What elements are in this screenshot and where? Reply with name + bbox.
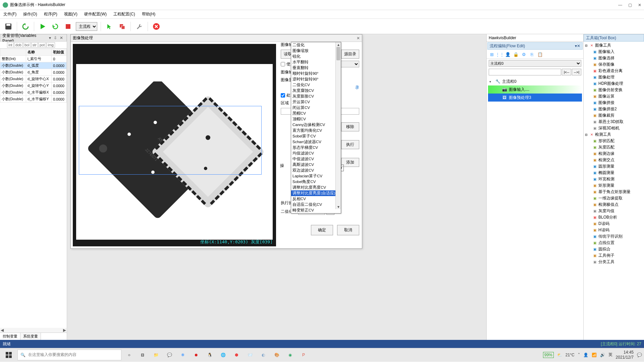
dropdown-item[interactable]: 水平翻转 [291,59,341,65]
panel-close-icon[interactable]: ✕ [58,36,64,40]
tool-item[interactable]: ▣图像裁剪 [584,112,643,119]
cancel-button[interactable]: 取消 [337,225,359,235]
flow-search-input[interactable] [489,69,561,75]
scroll-right-icon[interactable]: ▶ [63,328,66,333]
dropdown-item[interactable]: 自适应二值化CV [291,202,341,207]
menu-help[interactable]: 帮助(H) [142,11,156,17]
tool-item[interactable]: ▣分类工具 [584,259,643,265]
flow-user-icon[interactable]: 👤 [505,51,511,57]
tool-item[interactable]: ▣图像拼接2 [584,106,643,112]
task-hawkvis-icon[interactable]: ◉ [284,349,296,361]
type-dob[interactable]: dob [14,42,23,48]
tray-clock[interactable]: 14:45 2021/12/7 [616,350,634,360]
task-view-icon[interactable]: ⊟ [137,349,148,361]
table-row[interactable]: 小数(Double)d_弧度0.0000 [0,62,67,69]
dropdown-item[interactable]: 顺时针旋转90° [291,71,341,76]
ok-button[interactable]: 确定 [311,225,333,235]
tool-item[interactable]: ▣BLOB分析 [584,214,643,221]
task-cortana-icon[interactable]: ○ [123,349,135,361]
tool-item[interactable]: ▣检测极值点 [584,201,643,208]
variables-table[interactable]: 名称 初始值 整数(Int)i_索引号0小数(Double)d_弧度0.0000… [0,49,67,328]
scroll-up-icon[interactable]: ▴ [336,42,341,47]
execute-button[interactable]: 执行 [341,140,359,149]
flow-gear-icon[interactable]: ⚙ [521,51,527,57]
tab-control-vars[interactable]: 控制变量 [0,333,20,340]
type-pot[interactable]: pot [38,42,46,48]
tool-item[interactable]: ▣传统字符识别 [584,233,643,240]
image-preview[interactable]: AT6558 JZ7E071 [73,44,276,246]
panel-pin-icon[interactable]: ⇩ [52,36,58,40]
tool-item[interactable]: ▣形状匹配 [584,138,643,144]
tool-item[interactable]: ▣H读码 [584,227,643,233]
dropdown-item[interactable]: 垂直翻转 [291,65,341,71]
dropdown-item[interactable]: 开运算CV [291,99,341,105]
table-row[interactable]: 小数(Double)d_水平偏移Y0.0000 [0,96,67,103]
dialog-close-icon[interactable]: ✕ [357,36,360,41]
tool-item[interactable]: ▣D读码 [584,221,643,227]
remove-button[interactable]: 移除 [341,122,359,131]
tray-volume-icon[interactable]: 🔊 [600,353,605,357]
wrench-icon[interactable] [134,21,144,32]
tool-item[interactable]: ▣图像处理 [584,74,643,80]
table-row[interactable]: 小数(Double)d_水平偏移X0.0000 [0,89,67,96]
dropdown-item[interactable]: 高斯滤波CV [291,162,341,168]
selection-rect[interactable] [79,106,262,175]
task-qq-icon[interactable]: 🐧 [204,349,215,361]
task-explorer-icon[interactable]: 📁 [150,349,162,361]
task-wechat-icon[interactable]: 💬 [164,349,175,361]
dropdown-item[interactable]: 双边滤波CV [291,168,341,173]
operation-dropdown-list[interactable]: 二值化图像缩放锐化水平翻转垂直翻转顺时针旋转90°逆时针旋转90°二值化CV灰度… [291,42,341,214]
tool-item[interactable]: ▣图像仿射变换 [584,87,643,93]
dropdown-item[interactable]: 调整对比度亮度(自适应)CV [291,190,341,196]
dropdown-item[interactable]: Scharr滤波器CV [291,139,341,145]
tool-item[interactable]: ▣椭圆测量 [584,170,643,176]
close-button[interactable]: ✕ [638,3,641,7]
tree-node-preprocess[interactable]: 🖼图像预处理3 [488,94,582,102]
use-checkbox[interactable] [281,62,285,66]
process-checkbox[interactable] [281,93,285,98]
tool-item[interactable]: ▣彩色通道分离 [584,68,643,74]
source-dir-button[interactable]: 源目录 [341,50,359,59]
dropdown-item[interactable]: Laplacian算子CV [291,173,341,179]
flow-copy-icon[interactable]: ⎘ [529,51,535,57]
task-app4-icon[interactable]: ◐ [258,349,269,361]
tab-system-vars[interactable]: 系统变量 [20,333,41,340]
play-icon[interactable] [38,21,48,32]
menu-view[interactable]: 视图(V) [64,11,77,17]
stop-icon[interactable] [63,21,73,32]
tree-node-image-input[interactable]: 📷图像输入.... [488,85,582,94]
dropdown-item[interactable]: 畸变矫正CV [291,207,341,213]
copy-icon[interactable] [117,21,127,32]
dropdown-item[interactable]: 黑帽CV [291,111,341,116]
flow-close-icon[interactable]: ✕ [577,44,580,48]
tool-item[interactable]: ▣点线位置 [584,240,643,246]
dropdown-item[interactable]: 闭运算CV [291,105,341,111]
dropdown-item[interactable]: 图像缩放 [291,48,341,54]
tray-battery[interactable]: 99% [543,352,554,358]
dropdown-item[interactable]: 顶帽CV [291,116,341,122]
tool-item[interactable]: ▣图像拼接 [584,100,643,106]
tool-item[interactable]: ▣检测交点 [584,157,643,163]
tool-item[interactable]: ▣图像运算 [584,93,643,100]
dropdown-item[interactable]: 均值滤波CV [291,150,341,156]
error-icon[interactable] [151,21,161,32]
table-row[interactable]: 小数(Double)d_旋转中心X0.0000 [0,76,67,82]
tool-item[interactable]: ▣一维边缘提取 [584,195,643,201]
tool-item[interactable]: ▣图像选择 [584,55,643,61]
dropdown-item[interactable]: 形态学梯度CV [291,145,341,150]
table-row[interactable]: 小数(Double)d_角度0.0000 [0,69,67,76]
task-edge-icon[interactable]: 🌐 [217,349,229,361]
tool-item[interactable]: ▣圆形测量 [584,163,643,170]
panel-dropdown-icon[interactable]: ▾ [48,36,52,40]
tool-item[interactable]: ▣灰度均值 [584,208,643,214]
type-bol[interactable]: bol [23,42,31,48]
task-app2-icon[interactable]: ⬢ [231,349,242,361]
tray-ime[interactable]: 英 [608,352,612,358]
tool-item[interactable]: ▣工具例子 [584,252,643,259]
type-int[interactable]: int [7,42,14,48]
dropdown-item[interactable]: 反相CV [291,196,341,202]
tool-item[interactable]: ▣圆拟合 [584,246,643,252]
tool-item[interactable]: ▣保存图像 [584,61,643,68]
task-paint-icon[interactable]: 🎨 [271,349,282,361]
add-button[interactable]: 添加 [341,158,359,167]
